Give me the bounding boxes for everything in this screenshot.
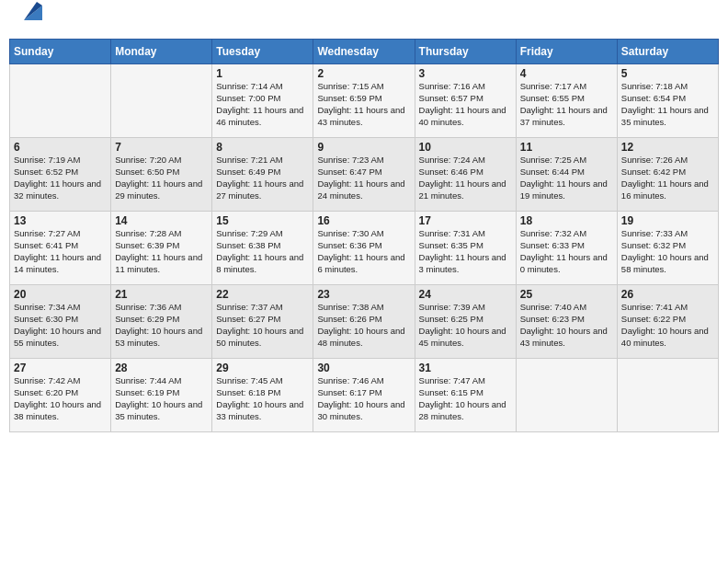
day-info: Sunrise: 7:19 AMSunset: 6:52 PMDaylight:…: [14, 155, 107, 201]
day-info: Sunrise: 7:41 AMSunset: 6:22 PMDaylight:…: [621, 302, 714, 349]
calendar-cell: [10, 64, 111, 138]
calendar-cell: 9 Sunrise: 7:23 AMSunset: 6:47 PMDayligh…: [313, 138, 415, 212]
day-number: 25: [520, 288, 613, 301]
day-number: 12: [621, 141, 714, 154]
calendar-cell: 24 Sunrise: 7:39 AMSunset: 6:25 PMDaylig…: [415, 285, 516, 359]
calendar-cell: 5 Sunrise: 7:18 AMSunset: 6:54 PMDayligh…: [617, 64, 718, 138]
day-number: 5: [621, 67, 714, 80]
day-info: Sunrise: 7:44 AMSunset: 6:19 PMDaylight:…: [115, 375, 208, 422]
calendar-cell: 1 Sunrise: 7:14 AMSunset: 7:00 PMDayligh…: [212, 64, 313, 138]
day-info: Sunrise: 7:36 AMSunset: 6:29 PMDaylight:…: [115, 302, 208, 349]
calendar-cell: [111, 64, 212, 138]
calendar-cell: 28 Sunrise: 7:44 AMSunset: 6:19 PMDaylig…: [111, 359, 212, 432]
day-number: 14: [115, 214, 208, 227]
day-info: Sunrise: 7:38 AMSunset: 6:26 PMDaylight:…: [317, 302, 410, 349]
day-number: 22: [216, 288, 309, 301]
calendar-cell: 4 Sunrise: 7:17 AMSunset: 6:55 PMDayligh…: [516, 64, 617, 138]
calendar-cell: 6 Sunrise: 7:19 AMSunset: 6:52 PMDayligh…: [10, 138, 111, 212]
day-info: Sunrise: 7:34 AMSunset: 6:30 PMDaylight:…: [14, 302, 107, 349]
day-of-week-header: Tuesday: [212, 40, 313, 64]
day-of-week-header: Monday: [111, 40, 212, 64]
day-number: 13: [14, 214, 107, 227]
day-number: 3: [419, 67, 512, 80]
calendar-cell: 19 Sunrise: 7:33 AMSunset: 6:32 PMDaylig…: [617, 212, 718, 285]
day-info: Sunrise: 7:42 AMSunset: 6:20 PMDaylight:…: [14, 375, 107, 422]
calendar-week-row: 27 Sunrise: 7:42 AMSunset: 6:20 PMDaylig…: [10, 359, 719, 432]
day-number: 8: [216, 141, 309, 154]
calendar-cell: 30 Sunrise: 7:46 AMSunset: 6:17 PMDaylig…: [313, 359, 415, 432]
day-info: Sunrise: 7:32 AMSunset: 6:33 PMDaylight:…: [520, 228, 613, 275]
calendar-table: SundayMondayTuesdayWednesdayThursdayFrid…: [9, 39, 719, 432]
day-number: 27: [14, 362, 107, 374]
calendar-week-row: 20 Sunrise: 7:34 AMSunset: 6:30 PMDaylig…: [10, 285, 719, 359]
day-number: 9: [317, 141, 410, 154]
day-number: 26: [621, 288, 714, 301]
day-info: Sunrise: 7:29 AMSunset: 6:38 PMDaylight:…: [216, 228, 309, 275]
day-number: 15: [216, 214, 309, 227]
calendar-cell: 13 Sunrise: 7:27 AMSunset: 6:41 PMDaylig…: [10, 212, 111, 285]
day-number: 7: [115, 141, 208, 154]
calendar-cell: 23 Sunrise: 7:38 AMSunset: 6:26 PMDaylig…: [313, 285, 415, 359]
calendar-cell: 25 Sunrise: 7:40 AMSunset: 6:23 PMDaylig…: [516, 285, 617, 359]
day-info: Sunrise: 7:40 AMSunset: 6:23 PMDaylight:…: [520, 302, 613, 349]
day-number: 2: [317, 67, 410, 80]
day-info: Sunrise: 7:31 AMSunset: 6:35 PMDaylight:…: [419, 228, 512, 275]
calendar-cell: [516, 359, 617, 432]
day-info: Sunrise: 7:21 AMSunset: 6:49 PMDaylight:…: [216, 155, 309, 201]
calendar-cell: 3 Sunrise: 7:16 AMSunset: 6:57 PMDayligh…: [415, 64, 516, 138]
day-number: 10: [419, 141, 512, 154]
day-info: Sunrise: 7:20 AMSunset: 6:50 PMDaylight:…: [115, 155, 208, 201]
calendar-cell: 18 Sunrise: 7:32 AMSunset: 6:33 PMDaylig…: [516, 212, 617, 285]
day-info: Sunrise: 7:25 AMSunset: 6:44 PMDaylight:…: [520, 155, 613, 201]
calendar-cell: 22 Sunrise: 7:37 AMSunset: 6:27 PMDaylig…: [212, 285, 313, 359]
day-info: Sunrise: 7:23 AMSunset: 6:47 PMDaylight:…: [317, 155, 410, 201]
calendar-week-row: 1 Sunrise: 7:14 AMSunset: 7:00 PMDayligh…: [10, 64, 719, 138]
day-number: 31: [419, 362, 512, 374]
day-info: Sunrise: 7:28 AMSunset: 6:39 PMDaylight:…: [115, 228, 208, 275]
calendar-cell: 17 Sunrise: 7:31 AMSunset: 6:35 PMDaylig…: [415, 212, 516, 285]
calendar-cell: 31 Sunrise: 7:47 AMSunset: 6:15 PMDaylig…: [415, 359, 516, 432]
day-number: 1: [216, 67, 309, 80]
day-info: Sunrise: 7:15 AMSunset: 6:59 PMDaylight:…: [317, 81, 410, 128]
day-info: Sunrise: 7:37 AMSunset: 6:27 PMDaylight:…: [216, 302, 309, 349]
calendar-cell: 10 Sunrise: 7:24 AMSunset: 6:46 PMDaylig…: [415, 138, 516, 212]
day-number: 19: [621, 214, 714, 227]
calendar-week-row: 6 Sunrise: 7:19 AMSunset: 6:52 PMDayligh…: [10, 138, 719, 212]
day-info: Sunrise: 7:27 AMSunset: 6:41 PMDaylight:…: [14, 228, 107, 275]
calendar-cell: [617, 359, 718, 432]
day-info: Sunrise: 7:46 AMSunset: 6:17 PMDaylight:…: [317, 375, 410, 422]
calendar-header-row: SundayMondayTuesdayWednesdayThursdayFrid…: [10, 40, 719, 64]
page-header: [9, 9, 719, 31]
day-info: Sunrise: 7:16 AMSunset: 6:57 PMDaylight:…: [419, 81, 512, 128]
day-info: Sunrise: 7:33 AMSunset: 6:32 PMDaylight:…: [621, 228, 714, 275]
day-of-week-header: Thursday: [415, 40, 516, 64]
day-of-week-header: Friday: [516, 40, 617, 64]
logo: [13, 9, 46, 31]
calendar-cell: 20 Sunrise: 7:34 AMSunset: 6:30 PMDaylig…: [10, 285, 111, 359]
calendar-cell: 12 Sunrise: 7:26 AMSunset: 6:42 PMDaylig…: [617, 138, 718, 212]
day-number: 18: [520, 214, 613, 227]
day-info: Sunrise: 7:39 AMSunset: 6:25 PMDaylight:…: [419, 302, 512, 349]
day-info: Sunrise: 7:18 AMSunset: 6:54 PMDaylight:…: [621, 81, 714, 128]
day-of-week-header: Sunday: [10, 40, 111, 64]
day-number: 17: [419, 214, 512, 227]
calendar-cell: 8 Sunrise: 7:21 AMSunset: 6:49 PMDayligh…: [212, 138, 313, 212]
calendar-cell: 7 Sunrise: 7:20 AMSunset: 6:50 PMDayligh…: [111, 138, 212, 212]
day-number: 24: [419, 288, 512, 301]
day-number: 16: [317, 214, 410, 227]
day-number: 6: [14, 141, 107, 154]
calendar-cell: 14 Sunrise: 7:28 AMSunset: 6:39 PMDaylig…: [111, 212, 212, 285]
day-info: Sunrise: 7:14 AMSunset: 7:00 PMDaylight:…: [216, 81, 309, 128]
day-number: 21: [115, 288, 208, 301]
calendar-cell: 16 Sunrise: 7:30 AMSunset: 6:36 PMDaylig…: [313, 212, 415, 285]
calendar-cell: 27 Sunrise: 7:42 AMSunset: 6:20 PMDaylig…: [10, 359, 111, 432]
day-number: 30: [317, 362, 410, 374]
day-number: 28: [115, 362, 208, 374]
day-info: Sunrise: 7:24 AMSunset: 6:46 PMDaylight:…: [419, 155, 512, 201]
day-number: 29: [216, 362, 309, 374]
day-of-week-header: Wednesday: [313, 40, 415, 64]
calendar-cell: 15 Sunrise: 7:29 AMSunset: 6:38 PMDaylig…: [212, 212, 313, 285]
day-number: 23: [317, 288, 410, 301]
day-info: Sunrise: 7:17 AMSunset: 6:55 PMDaylight:…: [520, 81, 613, 128]
day-number: 11: [520, 141, 613, 154]
